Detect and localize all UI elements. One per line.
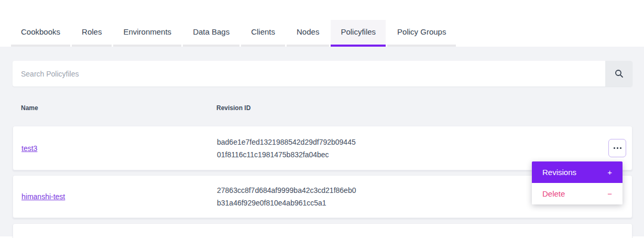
row-context-menu: Revisions + Delete − <box>532 161 623 204</box>
search-button[interactable] <box>605 61 632 86</box>
column-header-name: Name <box>21 104 216 112</box>
policyfiles-content: Name Revision ID test3 bad6e1e7fed132198… <box>0 47 644 236</box>
policyfile-link-test3[interactable]: test3 <box>21 144 37 153</box>
revision-id-line: 01f8116c11c1981475b832fa04bec <box>217 148 603 161</box>
search-bar <box>13 61 632 86</box>
tab-bar: Cookbooks Roles Environments Data Bags C… <box>0 0 644 47</box>
row-actions-button[interactable] <box>608 139 626 157</box>
table-header: Name Revision ID <box>13 104 632 112</box>
tab-policy-groups[interactable]: Policy Groups <box>387 20 456 47</box>
policyfiles-page: Cookbooks Roles Environments Data Bags C… <box>0 0 644 238</box>
tab-policyfiles[interactable]: Policyfiles <box>331 20 386 47</box>
column-header-revision-id: Revision ID <box>216 104 603 112</box>
menu-item-label: Delete <box>542 189 565 198</box>
minus-icon: − <box>607 189 612 198</box>
menu-item-revisions[interactable]: Revisions + <box>532 161 623 183</box>
revision-id-value: bad6e1e7fed1321988542d29df792b09445 01f8… <box>217 136 603 161</box>
tab-environments[interactable]: Environments <box>113 20 181 47</box>
tab-nodes[interactable]: Nodes <box>287 20 329 47</box>
revision-id-line: bad6e1e7fed1321988542d29df792b09445 <box>217 136 603 148</box>
menu-item-delete[interactable]: Delete − <box>532 183 623 204</box>
tab-roles[interactable]: Roles <box>72 20 112 47</box>
tab-clients[interactable]: Clients <box>241 20 285 47</box>
tab-data-bags[interactable]: Data Bags <box>183 20 239 47</box>
ellipsis-icon <box>614 147 621 149</box>
plus-icon: + <box>607 168 612 177</box>
policyfile-link-himanshi-test[interactable]: himanshi-test <box>21 192 65 201</box>
menu-item-label: Revisions <box>542 168 576 177</box>
tab-cookbooks[interactable]: Cookbooks <box>11 20 70 47</box>
search-input[interactable] <box>13 61 605 86</box>
table-row <box>13 223 632 238</box>
search-icon <box>615 69 624 78</box>
